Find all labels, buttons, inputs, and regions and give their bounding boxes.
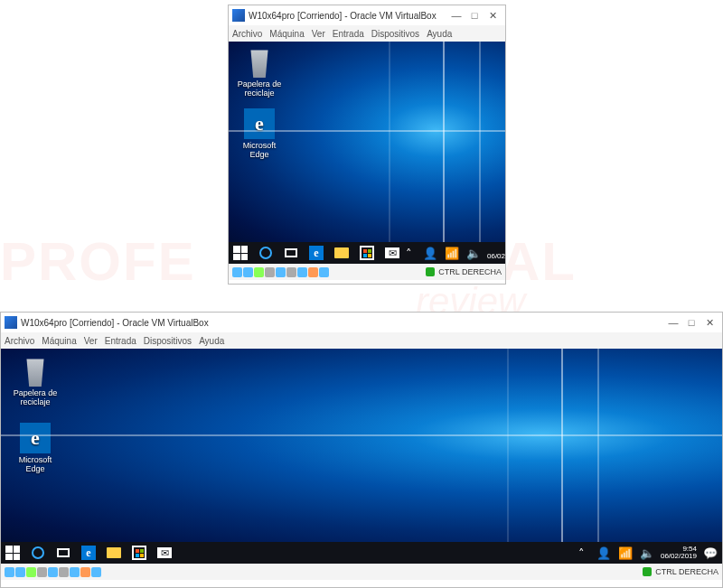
taskbar-clock[interactable]: 9:53 06/02/2019 (487, 246, 505, 260)
titlebar[interactable]: W10x64pro [Corriendo] - Oracle VM Virtua… (229, 5, 505, 25)
guest-desktop[interactable]: Papelera de reciclaje e Microsoft Edge e… (229, 42, 505, 264)
taskview-icon[interactable] (283, 245, 299, 261)
tray-people-icon[interactable]: 👤 (422, 245, 438, 261)
watermark-left: PROFE (0, 230, 196, 293)
guest-desktop[interactable]: Papelera de reciclaje e Microsoft Edge e… (1, 349, 722, 564)
menubar: Archivo Máquina Ver Entrada Dispositivos… (229, 25, 505, 42)
vm-status-icons[interactable] (232, 267, 329, 277)
menu-dispositivos[interactable]: Dispositivos (144, 336, 192, 346)
desktop-icon-label: Papelera de reciclaje (10, 388, 61, 406)
menu-ver[interactable]: Ver (312, 29, 325, 39)
cortana-icon[interactable] (258, 245, 274, 261)
app-icon (5, 316, 17, 329)
tray-network-icon[interactable]: 📶 (444, 245, 460, 261)
app-icon (232, 9, 245, 22)
taskbar-edge-icon[interactable]: e (80, 545, 97, 561)
desktop-icon-edge[interactable]: e Microsoft Edge (234, 108, 285, 159)
menu-entrada[interactable]: Entrada (333, 29, 364, 39)
start-button[interactable] (5, 545, 21, 561)
desktop-icon-label: Microsoft Edge (10, 455, 61, 473)
menu-maquina[interactable]: Máquina (269, 29, 304, 39)
vm-statusbar: CTRL DERECHA (1, 564, 722, 580)
vm-status-icons[interactable] (5, 567, 101, 577)
host-key-icon (426, 267, 435, 276)
window-title: W10x64pro [Corriendo] - Oracle VM Virtua… (249, 11, 437, 21)
edge-icon: e (244, 108, 275, 139)
menu-maquina[interactable]: Máquina (42, 336, 76, 346)
menu-entrada[interactable]: Entrada (105, 336, 136, 346)
desktop-icon-recycle-bin[interactable]: Papelera de reciclaje (234, 47, 285, 98)
close-button[interactable]: ✕ (700, 314, 718, 331)
desktop-icon-label: Microsoft Edge (234, 141, 285, 159)
host-key-indicator[interactable]: CTRL DERECHA (643, 567, 718, 576)
host-key-label: CTRL DERECHA (438, 267, 502, 276)
menu-archivo[interactable]: Archivo (5, 336, 34, 346)
taskbar-mail-icon[interactable]: ✉ (384, 245, 400, 261)
tray-overflow-icon[interactable]: ˄ (574, 545, 590, 561)
menubar: Archivo Máquina Ver Entrada Dispositivos… (1, 332, 722, 349)
host-key-label: CTRL DERECHA (655, 567, 718, 576)
vm-window-large: W10x64pro [Corriendo] - Oracle VM Virtua… (0, 312, 723, 588)
edge-icon: e (20, 423, 51, 453)
guest-taskbar: e ✉ ˄ 👤 📶 🔈 9:54 06/02/2019 💬 (1, 542, 722, 564)
taskbar-edge-icon[interactable]: e (308, 245, 324, 261)
desktop-icon-edge[interactable]: e Microsoft Edge (10, 423, 61, 473)
menu-dispositivos[interactable]: Dispositivos (371, 29, 419, 39)
taskbar-mail-icon[interactable]: ✉ (156, 545, 173, 561)
vm-statusbar: CTRL DERECHA (229, 264, 505, 280)
maximize-button[interactable]: □ (682, 314, 700, 331)
cortana-icon[interactable] (30, 545, 46, 561)
desktop-icon-label: Papelera de reciclaje (234, 79, 285, 98)
vm-window-small: W10x64pro [Corriendo] - Oracle VM Virtua… (228, 5, 506, 285)
tray-volume-icon[interactable]: 🔈 (465, 245, 482, 261)
window-title: W10x64pro [Corriendo] - Oracle VM Virtua… (21, 318, 209, 328)
start-button[interactable] (232, 245, 249, 261)
tray-notifications-icon[interactable]: 💬 (702, 545, 718, 561)
recycle-bin-icon (244, 47, 275, 78)
tray-network-icon[interactable]: 📶 (617, 545, 634, 561)
guest-taskbar: e ✉ ˄ 👤 📶 🔈 9:53 06/02/2019 💬 (229, 242, 505, 264)
minimize-button[interactable]: — (447, 7, 465, 23)
minimize-button[interactable]: — (664, 314, 682, 331)
maximize-button[interactable]: □ (465, 7, 484, 23)
taskbar-store-icon[interactable] (359, 245, 375, 261)
menu-ayuda[interactable]: Ayuda (199, 336, 224, 346)
host-key-indicator[interactable]: CTRL DERECHA (426, 267, 502, 276)
taskbar-explorer-icon[interactable] (106, 545, 122, 561)
close-button[interactable]: ✕ (484, 7, 502, 23)
taskbar-store-icon[interactable] (131, 545, 147, 561)
tray-people-icon[interactable]: 👤 (596, 545, 612, 561)
desktop-icon-recycle-bin[interactable]: Papelera de reciclaje (10, 356, 61, 406)
tray-overflow-icon[interactable]: ˄ (400, 245, 417, 261)
menu-ayuda[interactable]: Ayuda (427, 29, 452, 39)
host-key-icon (643, 567, 652, 576)
tray-volume-icon[interactable]: 🔈 (639, 545, 655, 561)
taskview-icon[interactable] (55, 545, 71, 561)
titlebar[interactable]: W10x64pro [Corriendo] - Oracle VM Virtua… (1, 313, 722, 332)
menu-ver[interactable]: Ver (84, 336, 98, 346)
recycle-bin-icon (20, 356, 51, 387)
taskbar-explorer-icon[interactable] (333, 245, 350, 261)
taskbar-clock[interactable]: 9:54 06/02/2019 (661, 546, 697, 560)
menu-archivo[interactable]: Archivo (232, 29, 262, 39)
